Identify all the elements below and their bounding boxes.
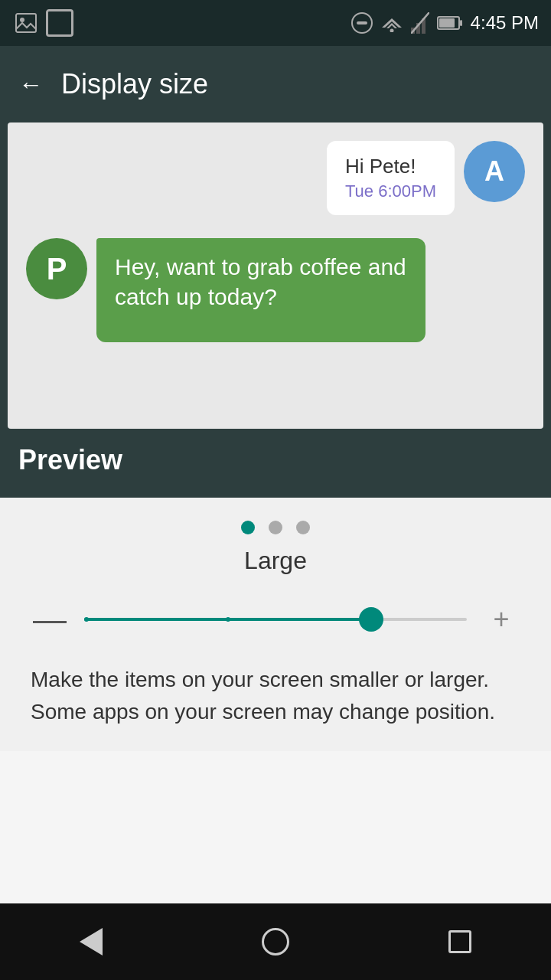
status-bar: 4:45 PM xyxy=(0,0,551,46)
received-text: Hi Pete! xyxy=(345,155,436,178)
dnd-icon xyxy=(351,12,373,34)
size-slider[interactable] xyxy=(84,604,467,635)
controls-section: Large — + Make the items on your screen … xyxy=(0,498,551,751)
status-bar-right: 4:45 PM xyxy=(351,12,539,34)
increase-button[interactable]: + xyxy=(482,603,520,635)
received-time: Tue 6:00PM xyxy=(345,181,436,201)
battery-icon xyxy=(437,15,463,31)
decrease-button[interactable]: — xyxy=(31,603,69,636)
avatar-a: A xyxy=(464,141,525,202)
tick-2 xyxy=(226,617,230,622)
size-label: Large xyxy=(31,547,520,575)
preview-section: Hi Pete! Tue 6:00PM A P Hey, want to gra… xyxy=(0,122,551,498)
sent-bubble: Hey, want to grab coffee and catch up to… xyxy=(96,238,425,342)
time-display: 4:45 PM xyxy=(471,12,539,34)
svg-rect-3 xyxy=(357,21,367,24)
nav-bar xyxy=(0,903,551,980)
home-circle-icon xyxy=(262,928,289,956)
received-bubble: Hi Pete! Tue 6:00PM xyxy=(327,141,455,215)
svg-point-1 xyxy=(20,18,24,22)
recents-square-icon xyxy=(448,930,471,953)
svg-rect-13 xyxy=(460,20,462,26)
dot-2 xyxy=(269,521,282,534)
slider-thumb[interactable] xyxy=(359,607,383,632)
dot-3 xyxy=(296,521,310,534)
nav-recents-button[interactable] xyxy=(448,930,471,953)
signal-icon xyxy=(411,12,429,34)
chat-row-received: Hi Pete! Tue 6:00PM A xyxy=(26,141,525,215)
chat-row-sent: P Hey, want to grab coffee and catch up … xyxy=(26,238,525,342)
preview-box: Hi Pete! Tue 6:00PM A P Hey, want to gra… xyxy=(8,122,543,429)
svg-point-6 xyxy=(390,29,393,33)
square-icon xyxy=(46,9,73,37)
description-text: Make the items on your screen smaller or… xyxy=(31,664,520,728)
sent-text: Hey, want to grab coffee and catch up to… xyxy=(115,252,407,312)
back-triangle-icon xyxy=(80,928,103,956)
image-icon xyxy=(12,9,40,37)
page-title: Display size xyxy=(61,68,208,100)
back-button[interactable]: ← xyxy=(18,70,43,99)
tick-1 xyxy=(84,617,89,622)
wifi-icon xyxy=(380,14,403,32)
slider-row: — + xyxy=(31,603,520,636)
nav-back-button[interactable] xyxy=(80,928,103,956)
status-bar-left xyxy=(12,9,73,37)
svg-rect-0 xyxy=(16,14,36,32)
chat-area: Hi Pete! Tue 6:00PM A P Hey, want to gra… xyxy=(26,141,525,342)
svg-rect-12 xyxy=(439,18,455,28)
top-bar: ← Display size xyxy=(0,46,551,122)
avatar-p: P xyxy=(26,238,87,299)
dot-1 xyxy=(241,521,255,534)
slider-track xyxy=(84,618,467,621)
preview-label: Preview xyxy=(0,429,551,476)
nav-home-button[interactable] xyxy=(262,928,289,956)
page-dots xyxy=(31,521,520,534)
